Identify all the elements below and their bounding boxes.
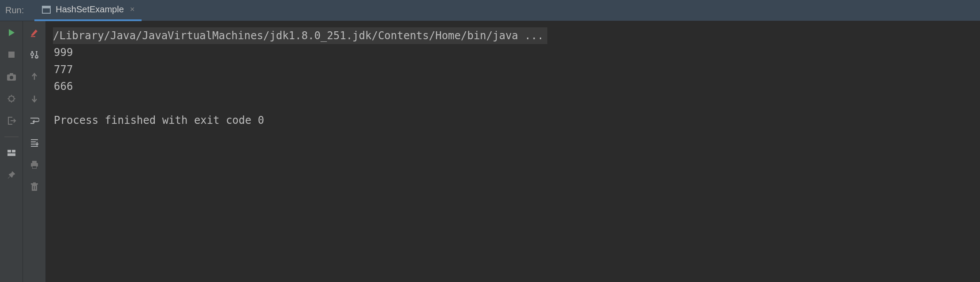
soft-wrap-icon[interactable]: [28, 115, 41, 127]
close-icon[interactable]: ×: [130, 5, 135, 14]
tab-label: HashSetExample: [56, 4, 124, 15]
console-line: /Library/Java/JavaVirtualMachines/jdk1.8…: [53, 27, 547, 44]
debug-icon[interactable]: [5, 93, 18, 105]
left-toolbar-secondary: [23, 21, 46, 282]
left-toolbar-primary: [0, 21, 23, 282]
console-line: 999: [54, 44, 972, 61]
svg-rect-10: [31, 36, 35, 37]
run-tab[interactable]: HashSetExample ×: [34, 0, 142, 21]
console-output[interactable]: /Library/Java/JavaVirtualMachines/jdk1.8…: [46, 21, 980, 282]
down-arrow-icon[interactable]: [28, 93, 41, 105]
console-line: 666: [54, 78, 972, 95]
layout-icon[interactable]: [5, 147, 18, 159]
highlight-icon[interactable]: [28, 26, 41, 39]
svg-point-5: [10, 76, 13, 79]
svg-rect-14: [33, 166, 36, 168]
run-panel-body: /Library/Java/JavaVirtualMachines/jdk1.8…: [0, 21, 980, 282]
trash-icon[interactable]: [28, 181, 41, 193]
run-panel-header: Run: HashSetExample ×: [0, 0, 980, 21]
svg-rect-4: [10, 73, 13, 75]
svg-rect-15: [32, 185, 37, 191]
stop-icon[interactable]: [5, 48, 18, 61]
svg-rect-18: [33, 186, 34, 189]
toolbar-divider: [4, 137, 19, 137]
console-line: 777: [54, 61, 972, 78]
svg-rect-17: [33, 182, 36, 184]
console-line: Process finished with exit code 0: [54, 112, 972, 129]
svg-rect-2: [8, 52, 15, 58]
camera-icon[interactable]: [5, 70, 18, 83]
console-line: [54, 95, 972, 112]
svg-rect-11: [32, 161, 37, 163]
print-icon[interactable]: [28, 159, 41, 171]
svg-rect-19: [35, 186, 36, 189]
app-window-icon: [41, 5, 51, 15]
svg-rect-1: [42, 6, 50, 8]
filter-icon[interactable]: [28, 48, 41, 61]
svg-rect-9: [7, 153, 15, 156]
pin-icon[interactable]: [5, 169, 18, 181]
exit-icon[interactable]: [5, 115, 18, 127]
svg-rect-8: [12, 150, 15, 152]
scroll-to-end-icon[interactable]: [28, 137, 41, 149]
up-arrow-icon[interactable]: [28, 70, 41, 83]
run-icon[interactable]: [5, 26, 18, 39]
svg-rect-7: [7, 150, 11, 152]
run-label: Run:: [5, 5, 24, 15]
